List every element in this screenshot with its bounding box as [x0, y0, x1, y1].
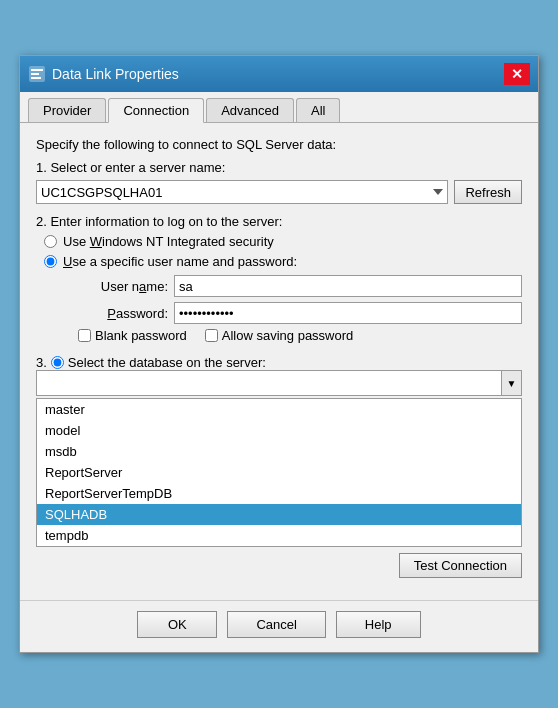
close-button[interactable]: ✕	[504, 63, 530, 85]
step3-label-group: 3. Select the database on the server:	[36, 353, 266, 370]
step2: 2. Enter information to log on to the se…	[36, 214, 522, 343]
blank-password-checkbox[interactable]	[78, 329, 91, 342]
password-label: Password:	[78, 306, 168, 321]
list-item[interactable]: master	[37, 399, 521, 420]
cancel-button[interactable]: Cancel	[227, 611, 325, 638]
auth-radio-group: Use Windows NT Integrated security Use a…	[44, 234, 522, 269]
blank-password-text: Blank password	[95, 328, 187, 343]
server-name-select[interactable]: UC1CSGPSQLHA01	[36, 180, 448, 204]
title-bar: Data Link Properties ✕	[20, 56, 538, 92]
select-database-radio[interactable]	[51, 356, 64, 369]
tab-all[interactable]: All	[296, 98, 340, 122]
step3-number: 3.	[36, 355, 47, 370]
svg-rect-2	[31, 73, 39, 75]
tab-connection[interactable]: Connection	[108, 98, 204, 123]
tab-advanced[interactable]: Advanced	[206, 98, 294, 122]
tabs-bar: Provider Connection Advanced All	[20, 92, 538, 123]
windows-auth-label: Use Windows NT Integrated security	[63, 234, 274, 249]
specific-auth-label: Use a specific user name and password:	[63, 254, 297, 269]
help-button[interactable]: Help	[336, 611, 421, 638]
allow-saving-checkbox[interactable]	[205, 329, 218, 342]
list-item[interactable]: msdb	[37, 441, 521, 462]
list-item[interactable]: ReportServer	[37, 462, 521, 483]
data-link-properties-window: Data Link Properties ✕ Provider Connecti…	[19, 55, 539, 653]
password-input[interactable]	[174, 302, 522, 324]
windows-auth-radio[interactable]	[44, 235, 57, 248]
username-row: User name:	[78, 275, 522, 297]
allow-saving-text: Allow saving password	[222, 328, 354, 343]
list-item[interactable]: tempdb	[37, 525, 521, 546]
specific-auth-radio[interactable]	[44, 255, 57, 268]
database-section: ▼ master model msdb ReportServer ReportS…	[36, 370, 522, 578]
allow-saving-label[interactable]: Allow saving password	[205, 328, 354, 343]
ok-button[interactable]: OK	[137, 611, 217, 638]
test-connection-row: Test Connection	[36, 553, 522, 578]
db-step-row: 3. Select the database on the server:	[36, 353, 522, 370]
blank-password-label[interactable]: Blank password	[78, 328, 187, 343]
password-options-row: Blank password Allow saving password	[78, 328, 522, 343]
list-item-selected[interactable]: SQLHADB	[37, 504, 521, 525]
test-connection-button[interactable]: Test Connection	[399, 553, 522, 578]
username-label: User name:	[78, 279, 168, 294]
db-input-row: ▼	[36, 370, 522, 396]
svg-rect-3	[31, 77, 41, 79]
windows-auth-radio-row[interactable]: Use Windows NT Integrated security	[44, 234, 522, 249]
title-bar-left: Data Link Properties	[28, 65, 179, 83]
svg-rect-1	[31, 69, 43, 71]
list-item[interactable]: ReportServerTempDB	[37, 483, 521, 504]
server-row: UC1CSGPSQLHA01 Refresh	[36, 180, 522, 204]
section-label: Specify the following to connect to SQL …	[36, 137, 522, 152]
auth-fields: User name: Password:	[78, 275, 522, 324]
database-input[interactable]	[37, 371, 501, 395]
step1: 1. Select or enter a server name: UC1CSG…	[36, 160, 522, 204]
refresh-button[interactable]: Refresh	[454, 180, 522, 204]
step3-text: Select the database on the server:	[68, 355, 266, 370]
footer: OK Cancel Help	[20, 600, 538, 652]
step3: 3. Select the database on the server: ▼ …	[36, 353, 522, 578]
password-row: Password:	[78, 302, 522, 324]
tab-provider[interactable]: Provider	[28, 98, 106, 122]
database-list: master model msdb ReportServer ReportSer…	[36, 398, 522, 547]
step1-title: 1. Select or enter a server name:	[36, 160, 522, 175]
database-dropdown-btn[interactable]: ▼	[501, 371, 521, 395]
window-title: Data Link Properties	[52, 66, 179, 82]
list-item[interactable]: model	[37, 420, 521, 441]
content-area: Specify the following to connect to SQL …	[20, 123, 538, 600]
specific-auth-radio-row[interactable]: Use a specific user name and password:	[44, 254, 522, 269]
step2-title: 2. Enter information to log on to the se…	[36, 214, 522, 229]
app-icon	[28, 65, 46, 83]
username-input[interactable]	[174, 275, 522, 297]
